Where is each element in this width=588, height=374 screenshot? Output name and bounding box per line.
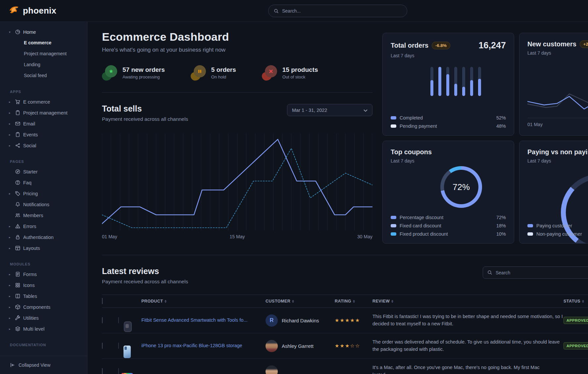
sidebar-item-tables[interactable]: ▸Tables xyxy=(0,291,87,302)
sidebar-item-landing[interactable]: Landing xyxy=(0,59,87,70)
order-bar xyxy=(438,67,441,96)
sidebar-item-layouts[interactable]: ▸Layouts xyxy=(0,243,87,254)
reviews-search[interactable] xyxy=(483,266,588,279)
sidebar-item-pricing[interactable]: ▸Pricing xyxy=(0,188,87,199)
sidebar-item-members[interactable]: Members xyxy=(0,210,87,221)
sidebar-item-label: Notifications xyxy=(23,202,49,207)
column-header[interactable]: STATUS xyxy=(564,299,588,304)
row-checkbox[interactable] xyxy=(102,368,103,374)
chevron-down-icon xyxy=(364,108,368,113)
collapse-arrow-icon xyxy=(10,362,15,368)
sidebar-item-label: Events xyxy=(23,132,38,137)
review-text: It's a Mac, after all. Once you've gone … xyxy=(372,365,540,374)
sidebar-item-label: Forms xyxy=(23,272,37,277)
lock-icon xyxy=(15,234,21,240)
sidebar-item-label: Multi level xyxy=(23,326,44,332)
top-navbar: phoenix xyxy=(0,0,588,22)
customer-cell: Ashley Garrett xyxy=(266,340,335,352)
total-orders-period: Last 7 days xyxy=(391,53,506,58)
x-tick-label: 30 May xyxy=(357,234,372,239)
collapse-sidebar-button[interactable]: Collapsed View xyxy=(0,356,87,374)
total-orders-value: 16,247 xyxy=(478,40,506,51)
new-customers-axis xyxy=(527,118,588,118)
status-badge: APPROVED xyxy=(564,342,588,350)
order-bar xyxy=(462,67,465,96)
product-link[interactable]: iPhone 13 pro max-Pacific Blue-128GB sto… xyxy=(141,343,252,348)
product-link[interactable]: Fitbit Sense Advanced Smartwatch with To… xyxy=(141,317,257,323)
column-header[interactable]: PRODUCT xyxy=(141,299,266,304)
global-search-input[interactable] xyxy=(282,8,402,14)
rating-cell: ★★★☆☆ xyxy=(335,343,372,349)
sidebar-item-project-management[interactable]: Project management xyxy=(0,48,87,59)
sidebar-item-label: Home xyxy=(23,29,36,35)
sidebar-item-authentication[interactable]: ▸Authentication xyxy=(0,232,87,243)
sidebar-section-label: MODULES xyxy=(0,254,87,269)
sidebar-item-notifications[interactable]: Notifications xyxy=(0,199,87,210)
pie-chart-icon xyxy=(15,29,21,35)
order-bar xyxy=(430,67,433,96)
legend-value: 52% xyxy=(496,115,506,120)
sidebar-item-faq[interactable]: Faq xyxy=(0,177,87,188)
users-icon xyxy=(15,212,21,218)
layers-icon xyxy=(15,326,21,332)
sidebar-item-social-feed[interactable]: Social feed xyxy=(0,70,87,81)
row-checkbox[interactable] xyxy=(102,343,103,349)
sidebar-item-icons[interactable]: ▸Icons xyxy=(0,280,87,291)
reviews-search-input[interactable] xyxy=(496,270,588,275)
legend-swatch xyxy=(391,216,396,219)
date-range-select[interactable]: Mar 1 - 31, 2022 xyxy=(287,104,372,116)
stat-value: 5 orders xyxy=(211,66,236,73)
sidebar-item-components[interactable]: ▸Components xyxy=(0,302,87,312)
paying-legend: Paying customerNon-paying customer xyxy=(527,220,588,237)
legend-label: Paying customer xyxy=(536,223,572,228)
total-sells-x-axis: 01 May15 May30 May xyxy=(102,234,372,239)
legend-swatch xyxy=(391,116,396,119)
brand[interactable]: phoenix xyxy=(0,6,56,16)
avatar: R xyxy=(266,314,278,327)
row-checkbox[interactable] xyxy=(102,317,103,323)
sidebar-section-label: PAGES xyxy=(0,151,87,166)
sidebar-item-events[interactable]: ▸Events xyxy=(0,129,87,140)
sidebar-item-project-management[interactable]: ▸Project management xyxy=(0,107,87,118)
sidebar-item-social[interactable]: ▸Social xyxy=(0,140,87,151)
sidebar-item-utilities[interactable]: ▸Utilities xyxy=(0,312,87,323)
sidebar-item-home[interactable]: ▾Home xyxy=(0,26,87,37)
row-select-cell xyxy=(102,343,118,349)
status-cell: APPROVED xyxy=(564,317,588,324)
brand-name: phoenix xyxy=(23,6,56,16)
sidebar: ▾HomeE commerceProject managementLanding… xyxy=(0,22,87,374)
sidebar-item-starter[interactable]: Starter xyxy=(0,166,87,177)
caret-right-icon: ▸ xyxy=(9,247,12,250)
column-header-rating: RATING xyxy=(335,299,372,304)
product-cell: iPhone 13 pro max-Pacific Blue-128GB sto… xyxy=(141,343,266,349)
order-bar xyxy=(470,67,473,96)
sidebar-item-e-commerce[interactable]: E commerce xyxy=(0,37,87,48)
customer-cell: RRichard Dawkins xyxy=(266,314,335,327)
sort-icon xyxy=(582,300,584,303)
legend-label: Completed xyxy=(400,115,423,120)
sidebar-item-e-commerce[interactable]: ▸E commerce xyxy=(0,96,87,107)
legend-item: Fixed card discount18% xyxy=(391,223,506,228)
new-customers-title: New customers xyxy=(527,40,576,48)
global-search[interactable] xyxy=(268,5,407,17)
column-header[interactable]: CUSTOMER xyxy=(266,299,335,304)
caret-right-icon: ▸ xyxy=(9,111,12,115)
warning-icon xyxy=(15,223,21,229)
sidebar-item-errors[interactable]: ▸Errors xyxy=(0,221,87,232)
column-header-product: PRODUCT xyxy=(141,299,266,304)
sidebar-item-email[interactable]: ▸Email xyxy=(0,118,87,129)
sidebar-item-label: Email xyxy=(23,121,35,126)
clipboard-icon xyxy=(15,110,21,116)
select-all-checkbox[interactable] xyxy=(102,298,103,304)
product-image xyxy=(118,368,119,374)
order-bar xyxy=(446,67,449,96)
column-header[interactable]: REVIEW xyxy=(372,299,564,304)
page-title: Ecommerce Dashboard xyxy=(102,30,372,43)
review-cell: The order was delivered ahead of schedul… xyxy=(372,339,564,353)
sidebar-item-forms[interactable]: ▸Forms xyxy=(0,269,87,280)
sidebar-item-multi-level[interactable]: ▸Multi level xyxy=(0,323,87,334)
column-header[interactable]: RATING xyxy=(335,299,372,304)
product-cell: Fitbit Sense Advanced Smartwatch with To… xyxy=(141,317,266,324)
table-row: Fitbit Sense Advanced Smartwatch with To… xyxy=(102,308,588,333)
product-image xyxy=(118,317,119,323)
